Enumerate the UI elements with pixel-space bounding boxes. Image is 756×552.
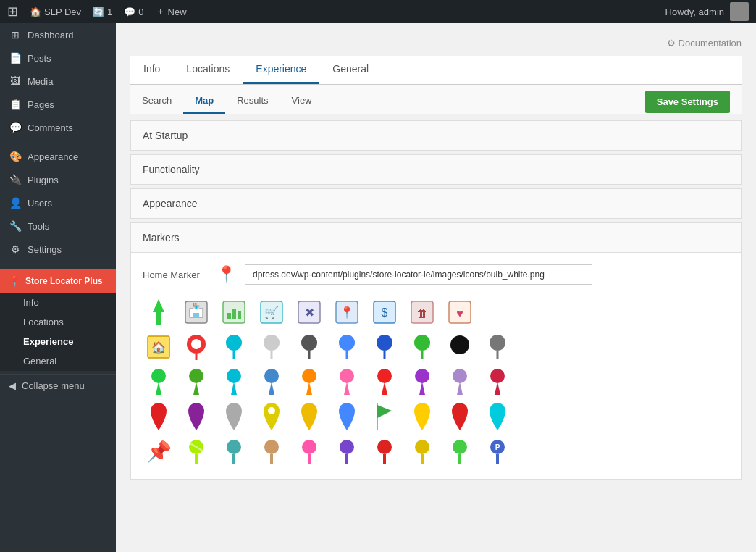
icon-lavender-pin[interactable] — [444, 366, 476, 398]
slp-menu-item[interactable]: 📍 Store Locator Plus — [0, 269, 116, 293]
site-name[interactable]: 🏠 SLP Dev — [30, 7, 81, 17]
icon-pin-teal[interactable] — [218, 435, 250, 467]
icon-crossswords[interactable]: ✖ — [293, 296, 325, 328]
collapse-icon: ◀ — [9, 380, 16, 391]
icon-pin-tan[interactable] — [256, 435, 287, 467]
gear-doc-icon: ⚙ — [667, 38, 676, 49]
icon-green-arrow[interactable] — [143, 296, 175, 328]
icon-red-pin2[interactable] — [369, 366, 400, 398]
icon-black-circle[interactable] — [444, 331, 476, 363]
sidebar-item-posts[interactable]: 📄 Posts — [0, 46, 116, 70]
doc-link[interactable]: ⚙ Documentation — [130, 38, 742, 49]
icon-yellow-teardrop[interactable] — [256, 401, 287, 432]
home-marker-input[interactable] — [245, 264, 592, 285]
subtab-map[interactable]: Map — [183, 89, 225, 114]
subtab-results[interactable]: Results — [225, 89, 280, 114]
icon-red-teardrop2[interactable] — [444, 401, 476, 432]
sidebar-submenu-info[interactable]: Info — [0, 293, 116, 312]
tab-experience[interactable]: Experience — [243, 56, 319, 84]
icon-house-yellow[interactable]: 🏠 — [143, 331, 175, 363]
icon-pink-pin[interactable] — [331, 366, 363, 398]
icon-blue-teardrop[interactable] — [331, 401, 363, 432]
at-startup-header[interactable]: At Startup — [131, 121, 741, 151]
appearance-header[interactable]: Appearance — [131, 189, 741, 219]
icon-pin-green3[interactable] — [444, 435, 476, 467]
updates-item[interactable]: 🔄 1 — [93, 7, 112, 17]
wp-logo-icon[interactable]: ⊞ — [7, 4, 18, 20]
icon-blue-dot2[interactable] — [369, 331, 400, 363]
svg-point-30 — [301, 335, 317, 351]
avatar[interactable] — [730, 2, 749, 21]
icon-teal-pin[interactable] — [218, 366, 250, 398]
sidebar-item-comments[interactable]: 💬 Comments — [0, 116, 116, 139]
collapse-menu-button[interactable]: ◀ Collapse menu — [0, 374, 116, 397]
icon-teal-dot[interactable] — [218, 331, 250, 363]
sidebar-submenu-experience[interactable]: Experience — [0, 332, 116, 351]
new-item[interactable]: ＋ New — [156, 5, 187, 18]
sidebar-submenu-locations[interactable]: Locations — [0, 312, 116, 332]
sidebar-item-appearance[interactable]: 🎨 Appearance — [0, 145, 116, 168]
icon-flag[interactable] — [369, 401, 400, 432]
updates-icon: 🔄 — [93, 7, 104, 17]
svg-point-39 — [490, 335, 505, 351]
icon-grid-row2: 🏠 — [143, 331, 729, 363]
icon-darkgray-circle[interactable] — [482, 331, 513, 363]
icon-green-pin2[interactable] — [180, 366, 212, 398]
icon-gray-teardrop[interactable] — [218, 401, 250, 432]
icon-cyan-teardrop[interactable] — [482, 401, 513, 432]
icon-store[interactable]: 🏪 — [180, 296, 212, 328]
subtab-search[interactable]: Search — [130, 89, 183, 114]
icon-blue-dot[interactable] — [331, 331, 363, 363]
icon-trash[interactable]: 🗑 — [406, 296, 438, 328]
icon-pin-letter[interactable]: P — [482, 435, 513, 467]
sidebar-submenu-general[interactable]: General — [0, 351, 116, 371]
icon-pin-red3[interactable] — [369, 435, 400, 467]
svg-rect-78 — [421, 454, 424, 464]
sidebar-item-tools[interactable]: 🔧 Tools — [0, 214, 116, 238]
comments-item[interactable]: 💬 0 — [124, 7, 143, 17]
icon-purple-teardrop[interactable] — [180, 401, 212, 432]
subtab-view[interactable]: View — [280, 89, 324, 114]
icon-red-teardrop[interactable] — [143, 401, 175, 432]
pages-icon: 📋 — [9, 99, 22, 110]
sidebar-item-settings[interactable]: ⚙ Settings — [0, 238, 116, 261]
icon-pin-purple2[interactable] — [331, 435, 363, 467]
icon-pin-lime[interactable] — [180, 435, 212, 467]
sidebar-item-users[interactable]: 👤 Users — [0, 191, 116, 214]
icon-orange-pin[interactable] — [293, 366, 325, 398]
sidebar-item-dashboard[interactable]: ⊞ Dashboard — [0, 23, 116, 46]
icon-purple-pin[interactable] — [406, 366, 438, 398]
icon-green-pin1[interactable] — [143, 366, 175, 398]
icon-pin-pink[interactable] — [293, 435, 325, 467]
settings-icon: ⚙ — [9, 243, 22, 255]
functionality-header[interactable]: Functionality — [131, 155, 741, 185]
icon-chart[interactable] — [218, 296, 250, 328]
icon-blue-pin2[interactable] — [256, 366, 287, 398]
tab-general[interactable]: General — [319, 56, 382, 84]
admin-bar: ⊞ 🏠 SLP Dev 🔄 1 💬 0 ＋ New Howdy, admin — [0, 0, 756, 23]
sidebar-item-plugins[interactable]: 🔌 Plugins — [0, 168, 116, 191]
home-marker-label: Home Marker — [143, 269, 208, 280]
icon-darkred-pin[interactable] — [482, 366, 513, 398]
icon-heart-badge[interactable]: ♥ — [444, 296, 476, 328]
icon-pin-yellow2[interactable] — [406, 435, 438, 467]
icon-dollar-blue[interactable]: $ — [369, 296, 400, 328]
svg-point-69 — [264, 440, 279, 454]
icon-yellow-drip[interactable] — [406, 401, 438, 432]
icon-pin-blue1[interactable]: 📍 — [331, 296, 363, 328]
sidebar-item-media[interactable]: 🖼 Media — [0, 70, 116, 93]
icon-red-round[interactable] — [180, 331, 212, 363]
sidebar-item-pages[interactable]: 📋 Pages — [0, 93, 116, 116]
icon-green-dot[interactable] — [406, 331, 438, 363]
icon-cart[interactable]: 🛒 — [256, 296, 287, 328]
tab-locations[interactable]: Locations — [173, 56, 243, 84]
svg-point-34 — [377, 335, 392, 351]
svg-point-53 — [377, 369, 392, 383]
tab-info[interactable]: Info — [130, 56, 173, 84]
save-settings-button[interactable]: Save Settings — [645, 91, 730, 113]
icon-pin-blue2[interactable]: 📌 — [143, 435, 175, 467]
icon-darkgray-dot[interactable] — [293, 331, 325, 363]
svg-point-77 — [415, 440, 429, 454]
icon-gray-dot[interactable] — [256, 331, 287, 363]
icon-yellow-teardrop2[interactable] — [293, 401, 325, 432]
